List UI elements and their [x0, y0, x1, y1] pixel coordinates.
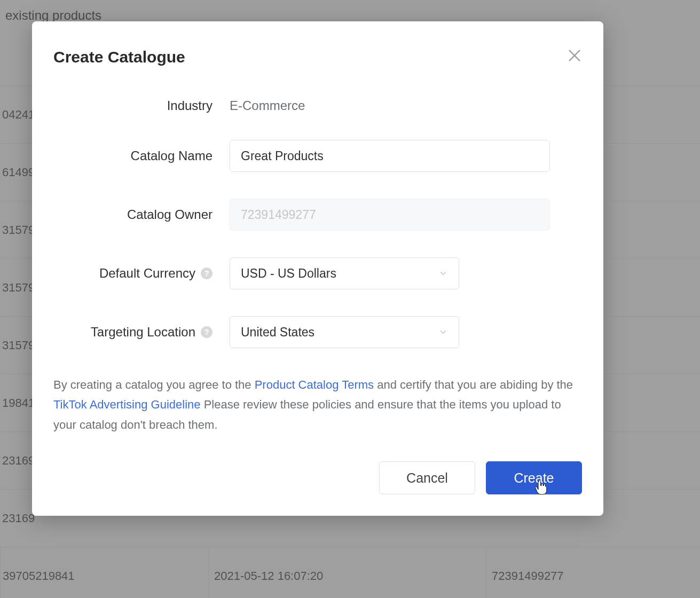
row-default-currency: Default Currency ? USD - US Dollars: [53, 257, 582, 289]
help-icon[interactable]: ?: [201, 267, 213, 279]
label-industry: Industry: [167, 98, 213, 113]
close-icon: [567, 48, 582, 63]
catalogue-form: Industry E-Commerce Catalog Name Catalog…: [53, 98, 582, 494]
label-catalog-owner: Catalog Owner: [127, 207, 213, 222]
targeting-location-value: United States: [241, 325, 314, 340]
create-button-label: Create: [514, 470, 554, 486]
catalog-owner-input: [230, 199, 550, 231]
chevron-down-icon: [438, 269, 448, 278]
row-industry: Industry E-Commerce: [53, 98, 582, 113]
default-currency-select[interactable]: USD - US Dollars: [230, 257, 459, 289]
cancel-button[interactable]: Cancel: [379, 461, 475, 494]
help-icon[interactable]: ?: [201, 326, 213, 338]
cancel-button-label: Cancel: [406, 470, 448, 486]
product-catalog-terms-link[interactable]: Product Catalog Terms: [255, 378, 374, 391]
label-targeting-location: Targeting Location: [91, 325, 195, 340]
targeting-location-select[interactable]: United States: [230, 316, 459, 348]
create-button[interactable]: Create: [486, 461, 582, 494]
close-button[interactable]: [567, 48, 582, 63]
disclaimer-text: By creating a catalog you agree to the P…: [53, 375, 582, 435]
row-targeting-location: Targeting Location ? United States: [53, 316, 582, 348]
row-catalog-name: Catalog Name: [53, 140, 582, 172]
modal-footer: Cancel Create: [53, 461, 582, 494]
default-currency-value: USD - US Dollars: [241, 266, 336, 281]
chevron-down-icon: [438, 327, 448, 337]
tiktok-advertising-guideline-link[interactable]: TikTok Advertising Guideline: [53, 398, 201, 411]
row-catalog-owner: Catalog Owner: [53, 199, 582, 231]
value-industry: E-Commerce: [230, 98, 305, 113]
label-default-currency: Default Currency: [99, 266, 195, 281]
catalog-name-input[interactable]: [230, 140, 550, 172]
create-catalogue-modal: Create Catalogue Industry E-Commerce Cat…: [32, 21, 603, 516]
label-catalog-name: Catalog Name: [131, 148, 213, 163]
modal-title: Create Catalogue: [53, 48, 582, 66]
